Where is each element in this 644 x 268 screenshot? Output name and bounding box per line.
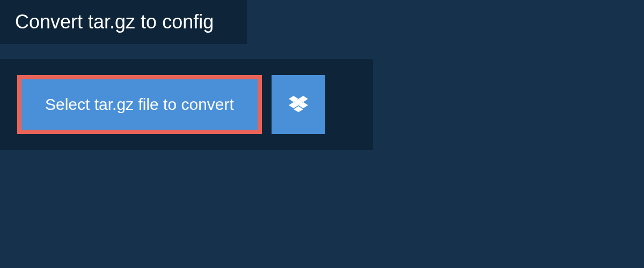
select-file-label: Select tar.gz file to convert <box>45 95 234 114</box>
header-tab: Convert tar.gz to config <box>0 0 247 44</box>
button-row: Select tar.gz file to convert <box>17 75 356 134</box>
dropbox-icon <box>289 95 308 114</box>
select-file-button[interactable]: Select tar.gz file to convert <box>17 75 262 134</box>
content-panel: Select tar.gz file to convert <box>0 59 373 150</box>
page-title: Convert tar.gz to config <box>15 11 232 33</box>
dropbox-button[interactable] <box>272 75 325 134</box>
